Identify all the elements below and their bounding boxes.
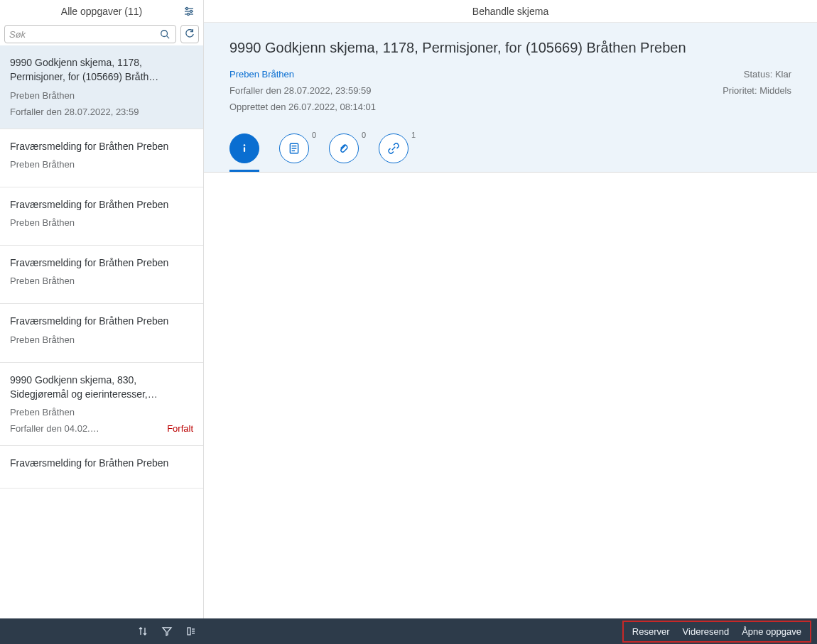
task-title: 9990 Godkjenn skjema, 830, Sidegjøremål …: [10, 373, 193, 402]
settings-icon[interactable]: [183, 6, 195, 17]
tab-row: 0 0 1: [229, 133, 791, 172]
reserve-button[interactable]: Reserver: [627, 623, 676, 640]
open-task-button[interactable]: Åpne oppgave: [736, 623, 807, 640]
task-author: Preben Bråthen: [10, 217, 193, 228]
tab-info[interactable]: [229, 133, 259, 163]
task-due-row: Forfaller den 28.07.2022, 23:59: [10, 107, 193, 117]
links-badge: 1: [411, 131, 416, 139]
tab-attachments[interactable]: 0: [329, 133, 359, 163]
detail-meta: Preben Bråthen Forfaller den 28.07.2022,…: [229, 69, 791, 112]
attachments-badge: 0: [362, 131, 366, 139]
tab-links[interactable]: 1: [379, 133, 408, 163]
svg-rect-9: [244, 147, 245, 152]
footer: Reserver Videresend Åpne oppgave: [0, 618, 817, 644]
meta-right: Status: Klar Prioritet: Middels: [723, 69, 791, 112]
task-title: Fraværsmelding for Bråthen Preben: [10, 314, 193, 328]
forward-button[interactable]: Videresend: [677, 623, 735, 640]
main-footer: Reserver Videresend Åpne oppgave: [204, 618, 817, 644]
detail-body: [204, 173, 817, 618]
task-list[interactable]: 9990 Godkjenn skjema, 1178, Permisjoner,…: [0, 45, 203, 618]
search-row: [0, 23, 203, 45]
task-item[interactable]: 9990 Godkjenn skjema, 1178, Permisjoner,…: [0, 45, 203, 129]
tab-notes[interactable]: 0: [279, 133, 309, 163]
task-overdue: Forfalt: [167, 423, 193, 434]
task-author: Preben Bråthen: [10, 334, 193, 345]
priority-line: Prioritet: Middels: [723, 85, 791, 96]
due-line: Forfaller den 28.07.2022, 23:59:59: [229, 85, 376, 96]
task-title: Fraværsmelding for Bråthen Preben: [10, 197, 193, 212]
task-due-row: Forfaller den 04.02.…Forfalt: [10, 423, 193, 434]
detail-header-block: 9990 Godkjenn skjema, 1178, Permisjoner,…: [204, 23, 817, 173]
notes-icon[interactable]: [279, 133, 309, 163]
group-icon[interactable]: [185, 626, 197, 637]
status-line: Status: Klar: [723, 69, 791, 80]
task-item[interactable]: 9990 Godkjenn skjema, 830, Sidegjøremål …: [0, 363, 203, 447]
filter-icon[interactable]: [161, 626, 173, 637]
detail-title: 9990 Godkjenn skjema, 1178, Permisjoner,…: [229, 40, 791, 56]
task-author: Preben Bråthen: [10, 275, 193, 286]
task-item[interactable]: Fraværsmelding for Bråthen PrebenPreben …: [0, 304, 203, 362]
svg-point-3: [190, 11, 193, 13]
meta-left: Preben Bråthen Forfaller den 28.07.2022,…: [229, 69, 376, 112]
svg-point-6: [161, 31, 168, 37]
author-link[interactable]: Preben Bråthen: [229, 69, 376, 80]
sidebar-footer: [0, 618, 204, 644]
task-item[interactable]: Fraværsmelding for Bråthen PrebenPreben …: [0, 187, 203, 246]
task-item[interactable]: Fraværsmelding for Bråthen PrebenPreben …: [0, 246, 203, 304]
task-due: Forfaller den 04.02.…: [10, 423, 99, 434]
refresh-button[interactable]: [180, 25, 199, 43]
main-header-title: Behandle skjema: [472, 6, 548, 17]
svg-line-7: [167, 36, 170, 39]
search-box[interactable]: [4, 25, 176, 43]
search-input[interactable]: [9, 29, 158, 40]
svg-point-8: [244, 144, 246, 146]
sidebar: Alle oppgaver (11): [0, 0, 204, 618]
task-title: Fraværsmelding for Bråthen Preben: [10, 139, 193, 153]
sort-icon[interactable]: [137, 626, 148, 637]
main-panel: Behandle skjema 9990 Godkjenn skjema, 11…: [204, 0, 817, 618]
task-title: 9990 Godkjenn skjema, 1178, Permisjoner,…: [10, 55, 193, 84]
task-author: Preben Bråthen: [10, 407, 193, 417]
task-item[interactable]: Fraværsmelding for Bråthen Preben: [0, 446, 203, 488]
sidebar-header: Alle oppgaver (11): [0, 0, 203, 23]
info-icon[interactable]: [229, 133, 259, 163]
task-due: Forfaller den 28.07.2022, 23:59: [10, 107, 139, 117]
task-item[interactable]: Fraværsmelding for Bråthen PrebenPreben …: [0, 129, 203, 187]
svg-rect-14: [188, 628, 190, 635]
main-header: Behandle skjema: [204, 0, 817, 23]
task-author: Preben Bråthen: [10, 159, 193, 170]
link-icon[interactable]: [379, 133, 408, 163]
paperclip-icon[interactable]: [329, 133, 359, 163]
task-title: Fraværsmelding for Bråthen Preben: [10, 456, 193, 470]
task-title: Fraværsmelding for Bråthen Preben: [10, 256, 193, 270]
task-author: Preben Bråthen: [10, 90, 193, 101]
svg-point-5: [188, 13, 190, 16]
sidebar-title: Alle oppgaver (11): [61, 6, 142, 17]
footer-actions: Reserver Videresend Åpne oppgave: [622, 621, 811, 643]
svg-point-1: [186, 8, 188, 10]
created-line: Opprettet den 26.07.2022, 08:14:01: [229, 102, 376, 112]
search-icon[interactable]: [158, 29, 171, 39]
notes-badge: 0: [312, 131, 316, 139]
